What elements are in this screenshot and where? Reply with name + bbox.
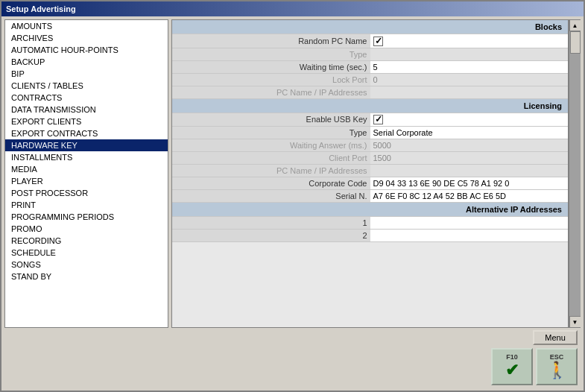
settings-value[interactable]: Serial Corporate <box>370 127 569 139</box>
sidebar-item-data-transmission[interactable]: DATA TRANSMISSION <box>5 104 168 116</box>
settings-row-pc-name---ip-addresses: PC Name / IP Addresses <box>172 165 568 177</box>
settings-label: Serial N. <box>172 190 370 203</box>
sidebar-item-automatic-hour-points[interactable]: AUTOMATIC HOUR-POINTS <box>5 44 168 56</box>
settings-label: Waiting Answer (ms.) <box>172 139 370 152</box>
sidebar-item-export-clients[interactable]: EXPORT CLIENTS <box>5 116 168 127</box>
sidebar-item-songs[interactable]: SONGS <box>5 259 168 271</box>
title-bar: Setup Advertising <box>1 1 584 16</box>
settings-value[interactable] <box>370 34 569 48</box>
action-buttons: F10 ✔ ESC 🚶 <box>491 348 578 385</box>
settings-row-random-pc-name: Random PC Name <box>172 34 568 48</box>
settings-table-inner: BlocksRandom PC NameTypeWaiting time (se… <box>172 20 568 242</box>
settings-label: Random PC Name <box>172 34 370 48</box>
settings-label: Corporate Code <box>172 177 370 190</box>
right-content-wrapper: BlocksRandom PC NameTypeWaiting time (se… <box>171 19 581 328</box>
settings-value <box>370 86 569 98</box>
settings-label: 1 <box>172 217 370 230</box>
settings-value[interactable]: D9 04 33 13 6E 90 DE C5 78 A1 92 0 <box>370 177 569 190</box>
settings-row-type: TypeSerial Corporate <box>172 127 568 139</box>
sidebar-item-programming-periods[interactable]: PROGRAMMING PERIODS <box>5 211 168 223</box>
settings-value[interactable] <box>370 113 569 127</box>
f10-confirm-button[interactable]: F10 ✔ <box>491 348 533 385</box>
settings-value[interactable] <box>370 230 569 242</box>
settings-row-lock-port: Lock Port0 <box>172 73 568 86</box>
sidebar-item-contracts[interactable]: CONTRACTS <box>5 92 168 104</box>
settings-value[interactable] <box>370 217 569 230</box>
settings-label: 2 <box>172 230 370 242</box>
esc-exit-button[interactable]: ESC 🚶 <box>536 348 578 385</box>
settings-label: PC Name / IP Addresses <box>172 86 370 98</box>
sidebar-item-promo[interactable]: PROMO <box>5 223 168 235</box>
menu-button[interactable]: Menu <box>533 330 578 345</box>
main-window: Setup Advertising AMOUNTSARCHIVESAUTOMAT… <box>0 0 585 392</box>
settings-label: Waiting time (sec.) <box>172 60 370 73</box>
settings-label: Lock Port <box>172 73 370 86</box>
sidebar-item-print[interactable]: PRINT <box>5 199 168 211</box>
settings-label: PC Name / IP Addresses <box>172 165 370 177</box>
settings-label: Type <box>172 48 370 60</box>
settings-value: 0 <box>370 73 569 86</box>
section-header-alternative-ip-addresses: Alternative IP Addresses <box>172 203 568 217</box>
settings-value: 5000 <box>370 139 569 152</box>
scrollbar-down-button[interactable]: ▼ <box>569 316 581 328</box>
sidebar-item-clients---tables[interactable]: CLIENTS / TABLES <box>5 80 168 92</box>
scrollbar: ▲ ▼ <box>569 19 581 328</box>
window-title: Setup Advertising <box>6 4 76 13</box>
checkbox-icon[interactable] <box>373 37 383 46</box>
settings-table: BlocksRandom PC NameTypeWaiting time (se… <box>172 20 568 327</box>
settings-row-type: Type <box>172 48 568 60</box>
settings-value: 1500 <box>370 152 569 165</box>
confirm-icon: ✔ <box>505 361 519 380</box>
settings-row-client-port: Client Port1500 <box>172 152 568 165</box>
settings-label: Enable USB Key <box>172 113 370 127</box>
sidebar-item-amounts[interactable]: AMOUNTS <box>5 20 168 32</box>
checkbox-icon[interactable] <box>373 115 383 124</box>
right-panel: BlocksRandom PC NameTypeWaiting time (se… <box>171 19 569 328</box>
bottom-bar: Menu F10 ✔ ESC 🚶 <box>4 328 581 388</box>
sidebar-item-player[interactable]: PLAYER <box>5 175 168 187</box>
sidebar: AMOUNTSARCHIVESAUTOMATIC HOUR-POINTSBACK… <box>4 19 168 328</box>
settings-row-waiting-answer--ms--: Waiting Answer (ms.)5000 <box>172 139 568 152</box>
sidebar-item-post-processor[interactable]: POST PROCESSOR <box>5 187 168 199</box>
settings-row-enable-usb-key: Enable USB Key <box>172 113 568 127</box>
sidebar-item-schedule[interactable]: SCHEDULE <box>5 247 168 259</box>
sidebar-item-backup[interactable]: BACKUP <box>5 56 168 68</box>
sidebar-item-export-contracts[interactable]: EXPORT CONTRACTS <box>5 127 168 139</box>
menu-area: Menu F10 ✔ ESC 🚶 <box>491 330 578 385</box>
settings-value[interactable]: 5 <box>370 60 569 73</box>
window-content: AMOUNTSARCHIVESAUTOMATIC HOUR-POINTSBACK… <box>1 16 584 391</box>
settings-label: Client Port <box>172 152 370 165</box>
settings-row-serial-n-: Serial N.A7 6E F0 8C 12 A4 52 BB AC E6 5… <box>172 190 568 203</box>
sidebar-item-stand-by[interactable]: STAND BY <box>5 271 168 282</box>
sidebar-item-bip[interactable]: BIP <box>5 68 168 80</box>
section-header-licensing: Licensing <box>172 98 568 113</box>
sidebar-item-media[interactable]: MEDIA <box>5 163 168 175</box>
settings-row-2: 2 <box>172 230 568 242</box>
esc-label: ESC <box>550 353 564 361</box>
sidebar-item-installments[interactable]: INSTALLMENTS <box>5 151 168 163</box>
scrollbar-thumb[interactable] <box>570 31 581 54</box>
sidebar-item-recording[interactable]: RECORDING <box>5 235 168 247</box>
settings-value[interactable]: A7 6E F0 8C 12 A4 52 BB AC E6 5D <box>370 190 569 203</box>
settings-value <box>370 165 569 177</box>
exit-icon: 🚶 <box>547 361 567 380</box>
settings-row-pc-name---ip-addresses: PC Name / IP Addresses <box>172 86 568 98</box>
scrollbar-up-button[interactable]: ▲ <box>569 19 581 31</box>
settings-row-1: 1 <box>172 217 568 230</box>
settings-value <box>370 48 569 60</box>
settings-row-corporate-code: Corporate CodeD9 04 33 13 6E 90 DE C5 78… <box>172 177 568 190</box>
section-header-blocks: Blocks <box>172 20 568 34</box>
settings-row-waiting-time--sec--: Waiting time (sec.)5 <box>172 60 568 73</box>
sidebar-item-hardware-key[interactable]: HARDWARE KEY <box>5 139 168 151</box>
settings-label: Type <box>172 127 370 139</box>
scrollbar-track <box>569 31 581 316</box>
f10-label: F10 <box>506 353 518 361</box>
sidebar-item-archives[interactable]: ARCHIVES <box>5 32 168 44</box>
main-area: AMOUNTSARCHIVESAUTOMATIC HOUR-POINTSBACK… <box>4 19 581 328</box>
